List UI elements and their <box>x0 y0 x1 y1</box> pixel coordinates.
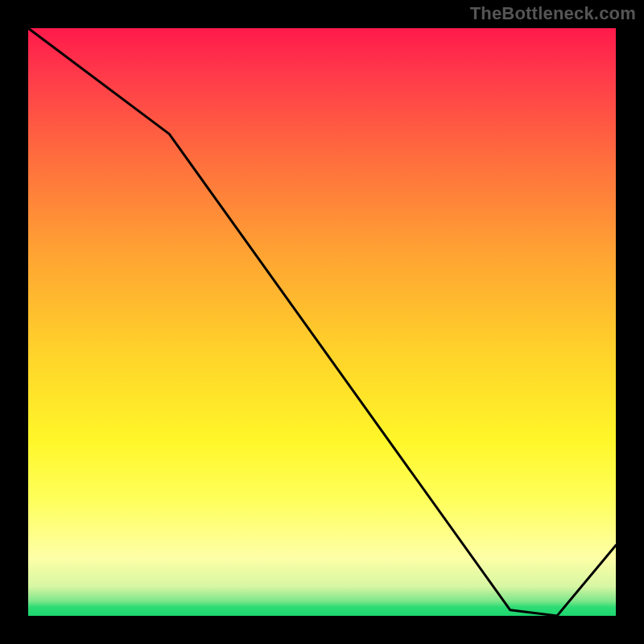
series-line <box>28 28 616 616</box>
line-chart-svg <box>28 28 616 616</box>
watermark-text: TheBottleneck.com <box>470 3 636 24</box>
gradient-plot-area <box>28 28 616 616</box>
chart-frame: TheBottleneck.com <box>0 0 644 644</box>
